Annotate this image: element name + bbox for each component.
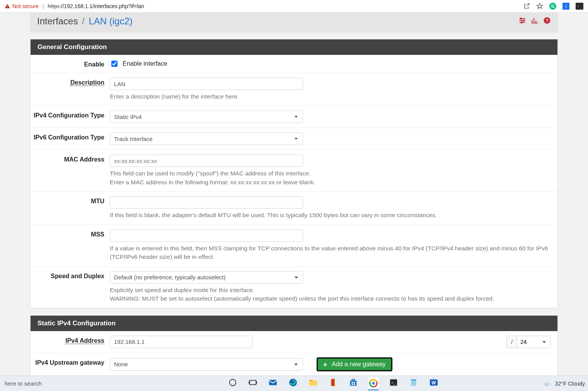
ipv4-gateway-select[interactable]: None (110, 358, 303, 371)
weather-text[interactable]: 32°F Cloudy (555, 381, 585, 387)
breadcrumb-current[interactable]: LAN (igc2) (89, 16, 132, 26)
notepad-icon[interactable] (408, 377, 419, 388)
svg-point-29 (547, 382, 551, 386)
share-icon[interactable] (523, 3, 530, 10)
word-icon[interactable]: W (428, 377, 439, 388)
breadcrumb-root[interactable]: Interfaces (37, 16, 78, 26)
not-secure-badge: Not secure (5, 3, 39, 9)
svg-rect-13 (351, 382, 353, 383)
mss-help: If a value is entered in this field, the… (110, 244, 551, 262)
breadcrumb-sep: / (80, 16, 86, 26)
svg-rect-15 (351, 383, 353, 385)
panel-heading-general: General Configuration (31, 39, 557, 55)
svg-rect-25 (411, 379, 416, 380)
label-mtu: MTU (31, 196, 110, 219)
label-ipv4-address: IPv4 Address (31, 336, 110, 348)
ipv4-config-type-select[interactable]: Static IPv4 (110, 110, 303, 123)
speed-help-1: Explicitly set speed and duplex mode for… (110, 286, 551, 294)
enable-interface-label: Enable interface (123, 60, 167, 67)
svg-rect-10 (309, 380, 313, 381)
terminal-app-icon[interactable]: >_ (388, 377, 399, 388)
svg-text:W: W (431, 380, 436, 386)
svg-rect-14 (354, 382, 355, 383)
terminal-extension-icon[interactable]: >_ (576, 3, 583, 10)
stats-bar-icon[interactable] (531, 17, 539, 26)
description-input[interactable] (110, 78, 303, 90)
mss-input[interactable] (110, 230, 303, 242)
url-path: ://192.168.1.1/interfaces.php?if=lan (60, 3, 144, 9)
panel-static-ipv4: Static IPv4 Configuration IPv4 Address /… (30, 315, 558, 376)
svg-point-5 (230, 379, 236, 386)
svg-rect-6 (250, 380, 256, 384)
taskbar-search-hint[interactable]: here to search (3, 380, 42, 387)
weather-cloud-icon[interactable] (544, 381, 552, 387)
bookmark-star-icon[interactable] (536, 3, 543, 10)
edge-icon[interactable] (288, 377, 298, 388)
speed-duplex-select[interactable]: Default (no preference, typically autose… (110, 271, 303, 284)
description-help: Enter a description (name) for the inter… (110, 92, 551, 101)
url-display[interactable]: https://192.168.1.1/interfaces.php?if=la… (48, 3, 144, 9)
svg-point-21 (372, 382, 375, 384)
ipv6-config-type-select[interactable]: Track Interface (110, 133, 303, 145)
enable-interface-checkbox-wrap[interactable]: Enable interface (110, 60, 551, 68)
label-ipv4-type: IPv4 Configuration Type (31, 110, 110, 123)
label-enable: Enable (31, 60, 110, 68)
plus-icon: ＋ (322, 361, 329, 368)
svg-point-0 (520, 18, 522, 19)
mac-help-1: This field can be used to modify ("spoof… (110, 169, 551, 178)
microsoft-store-icon[interactable] (348, 377, 359, 388)
panel-general-configuration: General Configuration Enable Enable inte… (30, 39, 558, 308)
add-new-gateway-button[interactable]: ＋ Add a new gateway (317, 358, 392, 371)
grammarly-extension-icon[interactable]: G (549, 3, 556, 10)
not-secure-text: Not secure (12, 3, 39, 9)
help-icon[interactable]: ? (543, 17, 551, 26)
mtu-input[interactable] (110, 196, 303, 209)
svg-point-2 (521, 22, 522, 23)
settings-sliders-icon[interactable] (518, 17, 526, 26)
svg-point-1 (523, 20, 524, 21)
enable-interface-checkbox[interactable] (111, 61, 118, 67)
page-header: Interfaces / LAN (igc2) ? (30, 13, 558, 32)
cortana-icon[interactable] (227, 377, 238, 388)
label-description: Description (31, 78, 110, 101)
mtu-help: If this field is blank, the adapter's de… (110, 211, 551, 219)
mac-help-2: Enter a MAC address in the following for… (110, 178, 551, 187)
mail-icon[interactable] (268, 377, 278, 388)
warning-triangle-icon (5, 3, 10, 9)
breadcrumb: Interfaces / LAN (igc2) (37, 16, 133, 27)
panel-heading-static-ipv4: Static IPv4 Configuration (31, 316, 557, 331)
info-extension-icon[interactable]: i (562, 3, 569, 10)
label-ipv4-gateway: IPv4 Upstream gateway (31, 358, 110, 371)
speed-help-2: WARNING: MUST be set to autoselect (auto… (110, 294, 551, 303)
ipv4-address-input[interactable] (110, 336, 253, 348)
ipv4-cidr-select[interactable]: 24 (517, 336, 551, 348)
svg-text:?: ? (545, 18, 548, 23)
label-ipv6-type: IPv6 Configuration Type (31, 133, 110, 145)
task-view-icon[interactable] (247, 377, 258, 388)
svg-rect-16 (354, 383, 355, 385)
browser-address-bar: Not secure | https://192.168.1.1/interfa… (0, 0, 588, 13)
svg-rect-12 (352, 379, 355, 381)
cidr-slash: / (506, 336, 517, 348)
svg-text:>_: >_ (391, 381, 395, 384)
windows-taskbar: here to search >_ W 32°F Cloudy (0, 376, 588, 391)
addr-separator: | (43, 3, 44, 9)
label-speed-duplex: Speed and Duplex (31, 271, 110, 303)
mac-address-input[interactable] (110, 155, 303, 167)
file-explorer-icon[interactable] (308, 377, 319, 388)
office-icon[interactable] (328, 377, 339, 388)
label-mss: MSS (31, 230, 110, 262)
chrome-icon[interactable] (368, 377, 379, 390)
svg-rect-11 (350, 381, 357, 386)
add-gateway-label: Add a new gateway (332, 361, 386, 368)
url-scheme: https (48, 3, 59, 9)
label-mac: MAC Address (31, 155, 110, 187)
